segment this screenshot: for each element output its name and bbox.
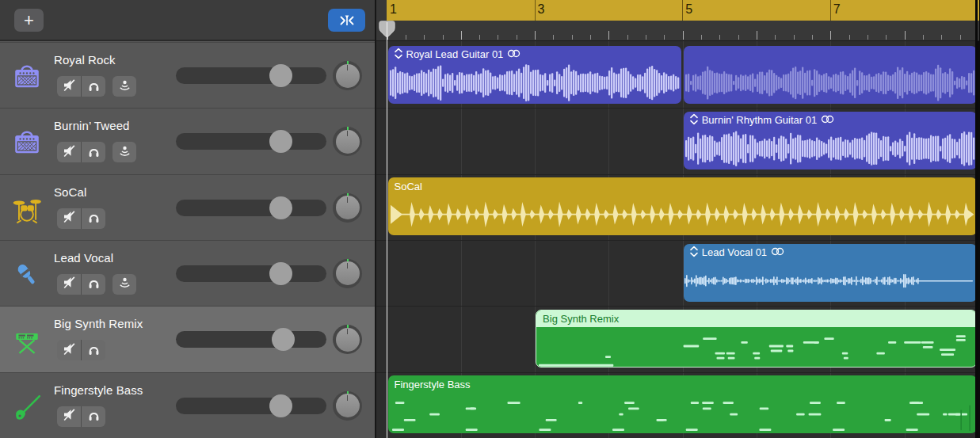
- track-lane-separator: [376, 174, 975, 175]
- region-label: Burnin' Rhythm Guitar 01: [690, 114, 835, 127]
- ruler-tick: [424, 35, 425, 40]
- track-panel-toolbar: +: [0, 0, 375, 41]
- ruler-bar-number: 5: [685, 2, 692, 17]
- track-header-royal-rock[interactable]: Royal Rock: [0, 42, 375, 108]
- pan-knob[interactable]: [333, 259, 362, 288]
- ruler-tick: [775, 35, 776, 40]
- region-label: Lead Vocal 01: [690, 246, 784, 259]
- mute-icon: [62, 275, 77, 293]
- volume-slider[interactable]: [176, 265, 326, 282]
- ruler-bar-number: 1: [390, 2, 397, 17]
- mute-button[interactable]: [57, 340, 81, 360]
- pan-knob-pointer: [347, 395, 349, 401]
- synth-keyboard-icon: [12, 326, 42, 356]
- ruler-tick: [683, 31, 684, 40]
- mute-solo-group: [57, 406, 105, 427]
- mute-solo-group: [57, 76, 105, 97]
- region-lead-vocal-01[interactable]: Lead Vocal 01: [684, 244, 977, 302]
- volume-slider[interactable]: [176, 67, 326, 84]
- solo-button[interactable]: [81, 406, 105, 427]
- mute-button[interactable]: [57, 76, 81, 97]
- tracks-timeline-area: Royal Lead Guitar 01Burnin' Rhythm Guita…: [375, 0, 978, 438]
- pan-knob[interactable]: [333, 193, 362, 223]
- ruler-tick: [849, 35, 850, 40]
- track-header-big-synth-remix[interactable]: Big Synth Remix: [0, 306, 375, 371]
- pan-knob[interactable]: [333, 61, 362, 90]
- volume-slider-handle[interactable]: [272, 328, 295, 351]
- mute-button[interactable]: [57, 274, 81, 295]
- mute-icon: [62, 209, 77, 227]
- volume-slider[interactable]: [176, 398, 326, 414]
- volume-slider-handle[interactable]: [269, 130, 292, 153]
- mute-icon: [62, 78, 77, 96]
- volume-slider-handle[interactable]: [269, 262, 292, 285]
- ruler-tick: [406, 35, 406, 40]
- track-name: Big Synth Remix: [54, 317, 143, 330]
- region-fingerstyle-bass[interactable]: Fingerstyle Bass: [388, 375, 977, 433]
- region-label: Fingerstyle Bass: [395, 378, 471, 390]
- solo-button[interactable]: [81, 208, 105, 229]
- ruler-tick: [646, 35, 646, 40]
- ruler-tick: [886, 35, 887, 40]
- pan-knob[interactable]: [333, 127, 362, 156]
- region-big-synth-remix[interactable]: Big Synth Remix: [536, 310, 977, 368]
- ruler-tick: [905, 31, 906, 40]
- region-royal-lead-guitar-01[interactable]: Royal Lead Guitar 01: [388, 46, 681, 104]
- track-header-panel: + Royal RockBurnin’ TweedSoCalLead Vocal…: [0, 0, 375, 438]
- mute-button[interactable]: [57, 406, 81, 427]
- region-label: Royal Lead Guitar 01: [395, 48, 521, 61]
- ruler-tick: [461, 31, 462, 40]
- ruler-tick: [517, 35, 517, 40]
- track-lane-separator: [376, 306, 975, 307]
- ruler-bar-separator: [830, 0, 831, 21]
- volume-slider-handle[interactable]: [269, 64, 292, 87]
- track-lane-separator: [376, 108, 975, 109]
- ruler-tick: [608, 31, 609, 40]
- solo-button[interactable]: [81, 274, 105, 295]
- input-monitoring-button[interactable]: [112, 76, 136, 97]
- volume-slider-handle[interactable]: [269, 196, 292, 219]
- transpose-icon: [395, 48, 402, 62]
- ruler-tick: [830, 31, 831, 40]
- mute-button[interactable]: [57, 208, 81, 229]
- input-monitoring-icon: [117, 275, 132, 293]
- input-monitoring-button[interactable]: [112, 274, 136, 295]
- add-track-button[interactable]: +: [14, 9, 44, 32]
- headphones-icon: [86, 407, 101, 425]
- track-name: SoCal: [54, 185, 86, 199]
- solo-button[interactable]: [81, 76, 105, 97]
- ruler-tick: [701, 35, 702, 40]
- ruler-bar-separator: [535, 0, 536, 21]
- volume-slider[interactable]: [176, 200, 326, 216]
- volume-slider[interactable]: [176, 331, 326, 348]
- solo-button[interactable]: [81, 142, 105, 162]
- region-burnin-rhythm-guitar-01[interactable]: Burnin' Rhythm Guitar 01: [684, 112, 977, 169]
- headphones-icon: [86, 143, 101, 162]
- drum-kit-icon: [12, 195, 42, 225]
- microphone-icon: [12, 261, 42, 291]
- solo-button[interactable]: [81, 340, 105, 360]
- cycle-region-bar[interactable]: 1357: [387, 0, 979, 21]
- bass-guitar-icon: [12, 393, 42, 423]
- track-header-lead-vocal[interactable]: Lead Vocal: [0, 240, 375, 306]
- region-label: Big Synth Remix: [543, 313, 619, 326]
- playhead-line[interactable]: [387, 22, 388, 438]
- ruler-bar-separator: [682, 0, 683, 21]
- input-monitoring-button[interactable]: [112, 142, 136, 162]
- volume-slider[interactable]: [176, 133, 326, 150]
- pan-knob[interactable]: [333, 391, 362, 421]
- mute-button[interactable]: [57, 142, 81, 162]
- ruler-tick: [941, 35, 942, 40]
- pan-knob[interactable]: [333, 325, 362, 354]
- track-lane-separator: [376, 372, 975, 373]
- region-socal[interactable]: SoCal: [388, 177, 977, 235]
- volume-slider-handle[interactable]: [269, 394, 292, 417]
- catch-playhead-button[interactable]: [328, 9, 365, 32]
- region-loop-continuation[interactable]: [684, 46, 977, 104]
- timeline-ruler[interactable]: 1357: [376, 0, 979, 41]
- track-header-burnin-tweed[interactable]: Burnin’ Tweed: [0, 108, 375, 173]
- track-header-fingerstyle-bass[interactable]: Fingerstyle Bass: [0, 372, 375, 438]
- ruler-tick: [738, 35, 739, 40]
- track-header-socal[interactable]: SoCal: [0, 174, 375, 240]
- ruler-tick: [868, 35, 868, 40]
